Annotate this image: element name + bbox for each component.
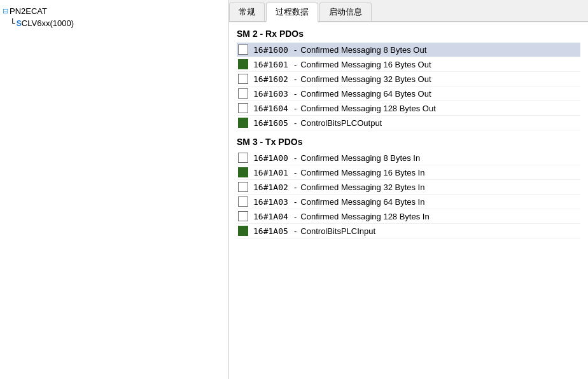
pdo-dash: -: [294, 118, 297, 128]
pdo-label: Confirmed Messaging 16 Bytes Out: [300, 60, 431, 69]
pdo-row[interactable]: 16#1601-Confirmed Messaging 16 Bytes Out: [237, 57, 580, 72]
right-panel: 常规过程数据启动信息 SM 2 - Rx PDOs 16#1600-Confir…: [229, 0, 588, 379]
pdo-dash: -: [294, 104, 297, 113]
pdo-code: 16#1A01: [253, 168, 291, 177]
tree-root-node[interactable]: ⊟ PN2ECAT: [3, 5, 226, 17]
pdo-dash: -: [294, 197, 297, 207]
pdo-dash: -: [294, 183, 297, 192]
pdo-row[interactable]: 16#1604-Confirmed Messaging 128 Bytes Ou…: [237, 101, 580, 116]
expand-icon: ⊟: [3, 7, 8, 15]
pdo-code: 16#1A04: [253, 212, 291, 221]
tab-过程数据[interactable]: 过程数据: [266, 3, 318, 22]
pdo-code: 16#1A05: [253, 226, 291, 236]
s-icon: S: [17, 19, 22, 28]
pdo-dash: -: [294, 45, 297, 55]
checkbox[interactable]: [238, 74, 248, 84]
checkbox[interactable]: [238, 103, 248, 113]
pdo-row[interactable]: 16#1A01-Confirmed Messaging 16 Bytes In: [237, 165, 580, 180]
pdo-code: 16#1603: [253, 89, 291, 99]
pdo-label: Confirmed Messaging 64 Bytes In: [300, 197, 424, 207]
tree-root-label: PN2ECAT: [10, 6, 47, 16]
pdo-label: Confirmed Messaging 8 Bytes In: [300, 153, 420, 163]
pdo-row[interactable]: 16#1603-Confirmed Messaging 64 Bytes Out: [237, 86, 580, 101]
checkbox[interactable]: [238, 59, 248, 69]
pdo-code: 16#1600: [253, 45, 291, 55]
pdo-label: Confirmed Messaging 16 Bytes In: [300, 168, 424, 177]
pdo-code: 16#1604: [253, 104, 291, 113]
tab-常规[interactable]: 常规: [229, 3, 265, 21]
pdo-row[interactable]: 16#1A05-ControlBitsPLCInput: [237, 224, 580, 238]
pdo-code: 16#1A03: [253, 197, 291, 207]
pdo-dash: -: [294, 212, 297, 221]
pdo-dash: -: [294, 226, 297, 236]
pdo-label: Confirmed Messaging 128 Bytes In: [300, 212, 429, 221]
pdo-label: ControlBitsPLCInput: [300, 226, 375, 236]
pdo-label: Confirmed Messaging 8 Bytes Out: [300, 45, 426, 55]
pdo-row[interactable]: 16#1600-Confirmed Messaging 8 Bytes Out: [237, 43, 580, 57]
pdo-row[interactable]: 16#1A04-Confirmed Messaging 128 Bytes In: [237, 209, 580, 224]
pdo-row[interactable]: 16#1605-ControlBitsPLCOutput: [237, 116, 580, 130]
pdo-dash: -: [294, 74, 297, 84]
tree-connector: └: [10, 18, 15, 28]
content-area: SM 2 - Rx PDOs 16#1600-Confirmed Messagi…: [229, 22, 588, 379]
checkbox[interactable]: [238, 167, 248, 177]
pdo-row[interactable]: 16#1A02-Confirmed Messaging 32 Bytes In: [237, 180, 580, 195]
pdo-code: 16#1601: [253, 60, 291, 69]
pdo-label: Confirmed Messaging 64 Bytes Out: [300, 89, 431, 99]
tree-child-label: CLV6xx(1000): [22, 18, 74, 28]
checkbox[interactable]: [238, 182, 248, 192]
checkbox[interactable]: [238, 153, 248, 163]
tree-child-node[interactable]: └ S CLV6xx(1000): [10, 17, 226, 29]
tab-启动信息[interactable]: 启动信息: [319, 3, 372, 21]
pdo-code: 16#1605: [253, 118, 291, 128]
pdo-label: ControlBitsPLCOutput: [300, 118, 382, 128]
checkbox[interactable]: [238, 88, 248, 99]
sm2-rows: 16#1600-Confirmed Messaging 8 Bytes Out1…: [237, 43, 580, 130]
pdo-code: 16#1A02: [253, 183, 291, 192]
tab-bar: 常规过程数据启动信息: [229, 0, 588, 22]
pdo-dash: -: [294, 153, 297, 163]
pdo-row[interactable]: 16#1602-Confirmed Messaging 32 Bytes Out: [237, 72, 580, 86]
pdo-row[interactable]: 16#1A03-Confirmed Messaging 64 Bytes In: [237, 195, 580, 209]
checkbox[interactable]: [238, 196, 248, 207]
sm3-rows: 16#1A00-Confirmed Messaging 8 Bytes In16…: [237, 151, 580, 238]
pdo-code: 16#1A00: [253, 153, 291, 163]
sm3-title: SM 3 - Tx PDOs: [237, 137, 580, 147]
checkbox[interactable]: [238, 45, 248, 55]
pdo-dash: -: [294, 60, 297, 69]
checkbox[interactable]: [238, 211, 248, 221]
pdo-label: Confirmed Messaging 32 Bytes Out: [300, 74, 431, 84]
pdo-code: 16#1602: [253, 74, 291, 84]
pdo-label: Confirmed Messaging 32 Bytes In: [300, 183, 424, 192]
pdo-row[interactable]: 16#1A00-Confirmed Messaging 8 Bytes In: [237, 151, 580, 165]
pdo-label: Confirmed Messaging 128 Bytes Out: [300, 104, 435, 113]
tree-panel: ⊟ PN2ECAT └ S CLV6xx(1000): [0, 0, 229, 379]
checkbox[interactable]: [238, 226, 248, 236]
pdo-dash: -: [294, 89, 297, 99]
pdo-dash: -: [294, 168, 297, 177]
sm2-title: SM 2 - Rx PDOs: [237, 29, 580, 39]
checkbox[interactable]: [238, 118, 248, 128]
